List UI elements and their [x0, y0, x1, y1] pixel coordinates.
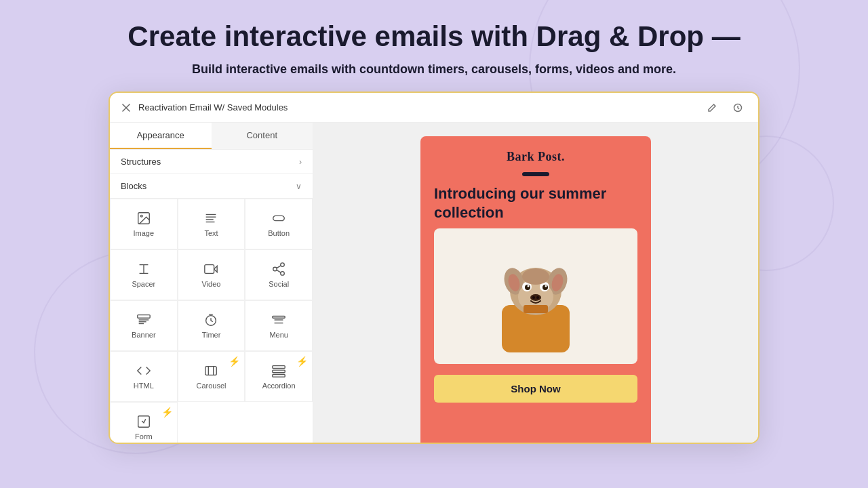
- block-button-label: Button: [268, 229, 290, 237]
- carousel-icon: [203, 363, 218, 378]
- block-form[interactable]: ⚡ Form: [110, 402, 178, 443]
- svg-point-49: [530, 294, 541, 301]
- image-icon: [136, 211, 151, 226]
- editor-title: Reactivation Email W/ Saved Modules: [138, 102, 696, 113]
- svg-point-50: [532, 296, 535, 299]
- block-banner[interactable]: Banner: [110, 300, 178, 351]
- edit-icon[interactable]: [703, 98, 722, 117]
- block-accordion[interactable]: ⚡ Accordion: [245, 351, 313, 402]
- sidebar: Appearance Content Structures › Blocks ∨: [110, 123, 313, 443]
- svg-rect-33: [273, 370, 285, 373]
- svg-line-19: [277, 266, 281, 268]
- svg-point-51: [536, 296, 539, 299]
- block-video[interactable]: Video: [178, 249, 245, 300]
- video-icon: [203, 262, 218, 277]
- block-button[interactable]: Button: [245, 199, 313, 249]
- accordion-badge-icon: ⚡: [296, 356, 308, 367]
- svg-point-17: [281, 272, 285, 276]
- structures-chevron-icon: ›: [299, 157, 302, 167]
- banner-icon: [136, 312, 151, 327]
- svg-point-4: [140, 216, 142, 218]
- svg-rect-35: [138, 416, 150, 428]
- svg-line-18: [277, 270, 281, 273]
- email-divider: [522, 172, 549, 176]
- email-brand: Bark Post.: [507, 150, 565, 164]
- svg-point-48: [545, 285, 547, 287]
- block-carousel[interactable]: ⚡ Carousel: [178, 351, 245, 402]
- block-text[interactable]: Text: [178, 199, 245, 249]
- button-icon: [271, 211, 286, 226]
- form-badge-icon: ⚡: [161, 407, 173, 418]
- sidebar-tabs: Appearance Content: [110, 123, 313, 150]
- block-menu[interactable]: Menu: [245, 300, 313, 351]
- svg-rect-26: [273, 317, 285, 319]
- block-image[interactable]: Image: [110, 199, 178, 249]
- tab-appearance[interactable]: Appearance: [110, 123, 212, 149]
- block-image-label: Image: [134, 229, 155, 237]
- history-icon[interactable]: [728, 98, 747, 117]
- svg-rect-29: [205, 367, 217, 375]
- svg-rect-13: [205, 265, 214, 274]
- block-text-label: Text: [204, 229, 218, 237]
- spacer-icon: [136, 262, 151, 277]
- text-icon: [203, 211, 218, 226]
- block-form-label: Form: [135, 432, 153, 441]
- email-title: Introducing our summer collection: [434, 184, 637, 222]
- timer-icon: [203, 312, 218, 327]
- menu-icon: [271, 312, 286, 327]
- social-icon: [271, 262, 286, 277]
- page-headline: Create interactive emails with Drag & Dr…: [127, 20, 740, 53]
- structures-label: Structures: [121, 157, 161, 167]
- block-carousel-label: Carousel: [196, 382, 226, 390]
- svg-rect-20: [138, 315, 150, 319]
- blocks-chevron-icon: ∨: [296, 182, 302, 191]
- preview-area: Bark Post. Introducing our summer collec…: [313, 123, 758, 443]
- svg-rect-9: [273, 216, 285, 221]
- block-video-label: Video: [202, 280, 221, 288]
- editor-window: Reactivation Email W/ Saved Modules Appe…: [108, 92, 760, 444]
- block-spacer[interactable]: Spacer: [110, 249, 178, 300]
- svg-point-16: [273, 268, 277, 272]
- block-timer[interactable]: Timer: [178, 300, 245, 351]
- editor-body: Appearance Content Structures › Blocks ∨: [110, 123, 758, 443]
- carousel-badge-icon: ⚡: [229, 356, 240, 367]
- block-timer-label: Timer: [202, 331, 221, 339]
- tab-content[interactable]: Content: [212, 123, 313, 149]
- email-preview-card: Bark Post. Introducing our summer collec…: [420, 136, 651, 443]
- block-menu-label: Menu: [269, 331, 288, 339]
- svg-rect-53: [524, 305, 548, 313]
- block-social-label: Social: [269, 280, 289, 288]
- page-subheadline: Build interactive emails with countdown …: [192, 62, 676, 77]
- block-banner-label: Banner: [132, 331, 155, 339]
- svg-rect-34: [273, 375, 285, 378]
- blocks-grid: Image Text Button: [110, 199, 313, 443]
- block-html-label: HTML: [134, 382, 154, 390]
- html-icon: [136, 363, 151, 378]
- dog-illustration: [488, 237, 583, 356]
- svg-point-52: [522, 268, 549, 285]
- email-image-block: [434, 228, 637, 364]
- svg-rect-32: [273, 366, 285, 369]
- block-social[interactable]: Social: [245, 249, 313, 300]
- email-cta-button[interactable]: Shop Now: [434, 375, 637, 403]
- svg-point-47: [528, 285, 530, 287]
- blocks-section[interactable]: Blocks ∨: [110, 174, 313, 199]
- block-accordion-label: Accordion: [262, 382, 296, 390]
- title-bar: Reactivation Email W/ Saved Modules: [110, 93, 758, 123]
- block-spacer-label: Spacer: [132, 280, 155, 288]
- block-html[interactable]: HTML: [110, 351, 178, 402]
- structures-section[interactable]: Structures ›: [110, 150, 313, 174]
- svg-marker-14: [214, 266, 218, 272]
- close-icon[interactable]: [121, 102, 132, 113]
- accordion-icon: [271, 363, 286, 378]
- svg-point-15: [281, 263, 285, 267]
- blocks-label: Blocks: [121, 181, 146, 191]
- form-icon: [136, 414, 151, 429]
